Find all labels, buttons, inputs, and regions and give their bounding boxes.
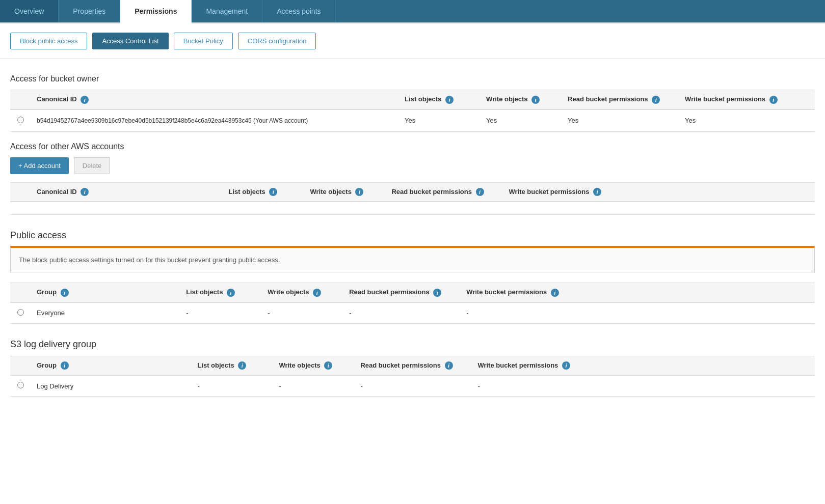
list-objects-log-delivery: - — [191, 375, 273, 397]
col-read-perm-other: Read bucket permissions i — [385, 182, 502, 202]
other-accounts-actions: + Add account Delete — [10, 157, 815, 174]
radio-cell-owner[interactable] — [10, 109, 31, 132]
other-accounts-title: Access for other AWS accounts — [10, 142, 815, 151]
info-icon-group-public[interactable]: i — [61, 289, 69, 297]
radio-everyone[interactable] — [17, 309, 24, 316]
s3-log-delivery-title: S3 log delivery group — [10, 339, 815, 350]
canonical-id-cell: b54d19452767a4ee9309b16c97ebe40d5b152139… — [31, 109, 398, 132]
col-radio-public — [10, 283, 31, 302]
read-perm-cell-owner: Yes — [562, 109, 679, 132]
radio-log-delivery[interactable] — [17, 382, 24, 388]
col-write-objects-public: Write objects i — [261, 283, 343, 302]
info-icon-list-public[interactable]: i — [227, 289, 235, 297]
bucket-owner-header-row: Canonical ID i List objects i Write obje… — [10, 90, 815, 109]
col-write-objects-other: Write objects i — [304, 182, 385, 202]
public-access-row-everyone: Everyone - - - - — [10, 302, 815, 324]
col-radio-log — [10, 356, 31, 375]
tab-properties[interactable]: Properties — [59, 0, 120, 22]
bucket-owner-title: Access for bucket owner — [10, 74, 815, 83]
col-header-list-objects: List objects i — [398, 90, 480, 109]
s3-log-header-row: Group i List objects i Write objects i R… — [10, 356, 815, 375]
radio-owner[interactable] — [17, 117, 24, 123]
tab-bar: Overview Properties Permissions Manageme… — [0, 0, 825, 23]
info-icon-list-obj[interactable]: i — [445, 96, 454, 104]
info-icon-group-log[interactable]: i — [61, 361, 69, 370]
info-icon-write-perm-public[interactable]: i — [551, 289, 559, 297]
write-perm-everyone: - — [460, 302, 815, 324]
info-icon-write-other[interactable]: i — [355, 188, 363, 196]
info-icon-write-log[interactable]: i — [324, 361, 332, 370]
col-write-perm-public: Write bucket permissions i — [460, 283, 815, 302]
info-icon-canonical-id[interactable]: i — [81, 96, 89, 104]
info-icon-write-public[interactable]: i — [313, 289, 321, 297]
radio-cell-everyone[interactable] — [10, 302, 31, 324]
info-icon-write-perm-other[interactable]: i — [593, 188, 601, 196]
sub-tab-block-public-access[interactable]: Block public access — [10, 33, 87, 49]
write-objects-cell-owner: Yes — [480, 109, 562, 132]
col-list-objects-log: List objects i — [191, 356, 273, 375]
group-cell-log-delivery: Log Delivery — [31, 375, 191, 397]
read-perm-log-delivery: - — [354, 375, 471, 397]
col-read-perm-public: Read bucket permissions i — [343, 283, 460, 302]
delete-account-button[interactable]: Delete — [74, 157, 111, 174]
info-icon-read-perm[interactable]: i — [652, 96, 660, 104]
public-access-table: Group i List objects i Write objects i R… — [10, 283, 815, 324]
group-cell-everyone: Everyone — [31, 302, 180, 324]
bucket-owner-row: b54d19452767a4ee9309b16c97ebe40d5b152139… — [10, 109, 815, 132]
tab-access-points[interactable]: Access points — [262, 0, 335, 22]
info-icon-write-perm[interactable]: i — [769, 96, 778, 104]
content-area: Access for bucket owner Canonical ID i L… — [0, 59, 825, 422]
col-list-objects-public: List objects i — [180, 283, 261, 302]
col-header-read-bucket-perm: Read bucket permissions i — [562, 90, 679, 109]
info-icon-read-log[interactable]: i — [445, 361, 453, 370]
list-objects-cell-owner: Yes — [398, 109, 480, 132]
sub-tab-bucket-policy[interactable]: Bucket Policy — [174, 33, 233, 49]
col-list-objects-other: List objects i — [222, 182, 304, 202]
col-read-perm-log: Read bucket permissions i — [354, 356, 471, 375]
info-icon-list-log[interactable]: i — [238, 361, 246, 370]
add-account-button[interactable]: + Add account — [10, 157, 69, 174]
write-perm-log-delivery: - — [471, 375, 815, 397]
radio-cell-log-delivery[interactable] — [10, 375, 31, 397]
sub-tab-cors-configuration[interactable]: CORS configuration — [238, 33, 316, 49]
tab-permissions[interactable]: Permissions — [120, 0, 192, 23]
col-radio-other — [10, 182, 31, 202]
info-icon-canonical-other[interactable]: i — [81, 188, 89, 196]
other-accounts-empty-row — [10, 202, 815, 215]
col-header-canonical-id: Canonical ID i — [31, 90, 398, 109]
col-header-write-bucket-perm: Write bucket permissions i — [679, 90, 815, 109]
col-group-log: Group i — [31, 356, 191, 375]
public-access-warning: The block public access settings turned … — [10, 246, 815, 272]
col-write-perm-log: Write bucket permissions i — [471, 356, 815, 375]
write-perm-cell-owner: Yes — [679, 109, 815, 132]
write-objects-log-delivery: - — [273, 375, 354, 397]
other-accounts-table: Canonical ID i List objects i Write obje… — [10, 182, 815, 215]
other-accounts-section: Access for other AWS accounts + Add acco… — [10, 142, 815, 215]
col-header-write-objects: Write objects i — [480, 90, 562, 109]
sub-tab-bar: Block public access Access Control List … — [0, 23, 825, 59]
bucket-owner-table: Canonical ID i List objects i Write obje… — [10, 90, 815, 132]
col-group-public: Group i — [31, 283, 180, 302]
col-write-perm-other: Write bucket permissions i — [502, 182, 815, 202]
info-icon-write-obj[interactable]: i — [531, 96, 540, 104]
col-header-radio — [10, 90, 31, 109]
s3-log-delivery-table: Group i List objects i Write objects i R… — [10, 356, 815, 397]
s3-log-delivery-section: S3 log delivery group Group i List objec… — [10, 339, 815, 397]
sub-tab-access-control-list[interactable]: Access Control List — [92, 33, 168, 49]
public-access-title: Public access — [10, 230, 815, 241]
col-canonical-id-other: Canonical ID i — [31, 182, 222, 202]
info-icon-read-public[interactable]: i — [433, 289, 441, 297]
public-access-header-row: Group i List objects i Write objects i R… — [10, 283, 815, 302]
col-write-objects-log: Write objects i — [273, 356, 354, 375]
read-perm-everyone: - — [343, 302, 460, 324]
bucket-owner-section: Access for bucket owner Canonical ID i L… — [10, 74, 815, 132]
write-objects-everyone: - — [261, 302, 343, 324]
tab-overview[interactable]: Overview — [0, 0, 59, 22]
other-accounts-header-row: Canonical ID i List objects i Write obje… — [10, 182, 815, 202]
s3-log-row-log-delivery: Log Delivery - - - - — [10, 375, 815, 397]
public-access-section: Public access The block public access se… — [10, 230, 815, 324]
info-icon-list-other[interactable]: i — [269, 188, 277, 196]
info-icon-read-other[interactable]: i — [476, 188, 484, 196]
info-icon-write-perm-log[interactable]: i — [562, 361, 570, 370]
tab-management[interactable]: Management — [192, 0, 262, 22]
